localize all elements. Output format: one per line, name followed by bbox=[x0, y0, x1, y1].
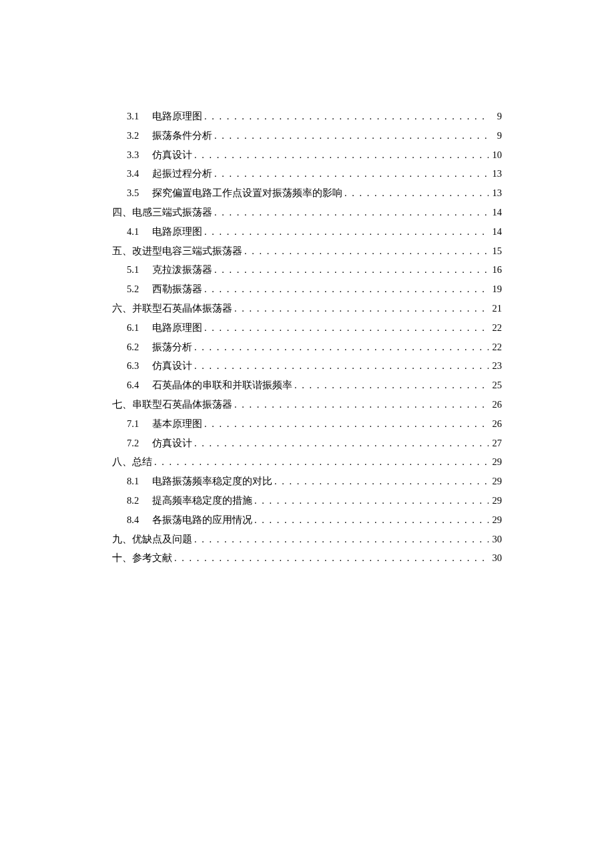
toc-entry-title: 仿真设计 bbox=[152, 359, 192, 372]
toc-entry: 6.3仿真设计23 bbox=[112, 359, 502, 372]
toc-entry: 5.1克拉泼振荡器16 bbox=[112, 263, 502, 276]
toc-entry-title: 电路振荡频率稳定度的对比 bbox=[152, 474, 272, 488]
toc-entry-page: 13 bbox=[489, 167, 502, 180]
toc-entry-number: 七、 bbox=[112, 398, 132, 411]
toc-entry-title: 并联型石英晶体振荡器 bbox=[132, 302, 232, 315]
toc-entry-title: 基本原理图 bbox=[152, 417, 202, 430]
toc-entry-title: 仿真设计 bbox=[152, 148, 192, 161]
toc-entry-page: 16 bbox=[489, 263, 502, 276]
toc-entry-title: 总结 bbox=[132, 455, 152, 468]
toc-entry: 6.1电路原理图22 bbox=[112, 321, 502, 334]
toc-entry-number: 6.2 bbox=[127, 340, 152, 354]
toc-leader-dots bbox=[172, 551, 489, 564]
toc-entry-title: 参考文献 bbox=[132, 551, 172, 564]
toc-entry-page: 10 bbox=[489, 148, 502, 161]
toc-leader-dots bbox=[212, 167, 489, 180]
toc-entry-title: 仿真设计 bbox=[152, 436, 192, 450]
toc-leader-dots bbox=[242, 244, 489, 258]
toc-entry-page: 9 bbox=[489, 109, 502, 123]
toc-entry: 九、优缺点及问题30 bbox=[112, 532, 502, 546]
toc-entry-page: 30 bbox=[489, 532, 502, 546]
toc-entry-page: 23 bbox=[489, 359, 502, 372]
toc-entry-number: 3.2 bbox=[127, 129, 152, 142]
toc-entry: 6.4石英晶体的串联和并联谐振频率25 bbox=[112, 378, 502, 392]
toc-entry-number: 5.2 bbox=[127, 282, 152, 296]
toc-leader-dots bbox=[212, 263, 489, 276]
toc-leader-dots bbox=[202, 282, 489, 296]
toc-entry-number: 六、 bbox=[112, 302, 132, 315]
toc-entry-title: 电路原理图 bbox=[152, 109, 202, 123]
toc-entry: 7.1基本原理图26 bbox=[112, 417, 502, 430]
toc-entry-title: 西勒振荡器 bbox=[152, 282, 202, 296]
toc-entry-number: 6.4 bbox=[127, 378, 152, 392]
toc-entry-page: 21 bbox=[489, 302, 502, 315]
toc-leader-dots bbox=[272, 474, 489, 488]
toc-entry-number: 八、 bbox=[112, 455, 132, 468]
toc-entry-title: 提高频率稳定度的措施 bbox=[152, 494, 252, 507]
toc-entry-page: 29 bbox=[489, 455, 502, 468]
toc-entry-number: 4.1 bbox=[127, 225, 152, 238]
toc-entry-page: 26 bbox=[489, 417, 502, 430]
toc-entry-page: 19 bbox=[489, 282, 502, 296]
toc-leader-dots bbox=[232, 302, 489, 315]
toc-entry-page: 22 bbox=[489, 321, 502, 334]
toc-leader-dots bbox=[192, 359, 489, 372]
toc-leader-dots bbox=[202, 109, 489, 123]
toc-entry: 3.4起振过程分析13 bbox=[112, 167, 502, 180]
toc-entry: 八、总结29 bbox=[112, 455, 502, 468]
toc-entry: 十、参考文献30 bbox=[112, 551, 502, 564]
toc-entry: 6.2振荡分析22 bbox=[112, 340, 502, 354]
toc-entry-page: 30 bbox=[489, 551, 502, 564]
toc-leader-dots bbox=[252, 513, 489, 526]
toc-entry-number: 8.2 bbox=[127, 494, 152, 507]
toc-entry-number: 6.1 bbox=[127, 321, 152, 334]
toc-leader-dots bbox=[232, 398, 489, 411]
toc-entry: 3.1电路原理图9 bbox=[112, 109, 502, 123]
toc-entry-page: 26 bbox=[489, 398, 502, 411]
toc-leader-dots bbox=[192, 436, 489, 450]
toc-leader-dots bbox=[342, 186, 489, 199]
toc-entry-number: 十、 bbox=[112, 551, 132, 564]
toc-entry-title: 串联型石英晶体振荡器 bbox=[132, 398, 232, 411]
toc-entry-page: 29 bbox=[489, 513, 502, 526]
toc-entry-title: 各振荡电路的应用情况 bbox=[152, 513, 252, 526]
toc-entry: 六、并联型石英晶体振荡器21 bbox=[112, 302, 502, 315]
toc-entry-number: 8.1 bbox=[127, 474, 152, 488]
toc-entry-title: 振荡分析 bbox=[152, 340, 192, 354]
toc-leader-dots bbox=[192, 148, 489, 161]
toc-entry-page: 25 bbox=[489, 378, 502, 392]
toc-entry-number: 8.4 bbox=[127, 513, 152, 526]
toc-leader-dots bbox=[212, 205, 489, 219]
toc-entry-page: 29 bbox=[489, 494, 502, 507]
toc-entry-number: 3.1 bbox=[127, 109, 152, 123]
toc-leader-dots bbox=[202, 321, 489, 334]
toc-entry-page: 27 bbox=[489, 436, 502, 450]
toc-entry-title: 优缺点及问题 bbox=[132, 532, 192, 546]
toc-entry-number: 7.1 bbox=[127, 417, 152, 430]
toc-entry-number: 九、 bbox=[112, 532, 132, 546]
toc-entry: 4.1电路原理图14 bbox=[112, 225, 502, 238]
toc-entry-number: 6.3 bbox=[127, 359, 152, 372]
toc-entry-title: 改进型电容三端式振荡器 bbox=[132, 244, 242, 258]
toc-entry: 四、电感三端式振荡器14 bbox=[112, 205, 502, 219]
toc-entry-title: 起振过程分析 bbox=[152, 167, 212, 180]
toc-entry-number: 5.1 bbox=[127, 263, 152, 276]
toc-entry-page: 13 bbox=[489, 186, 502, 199]
toc-entry-page: 29 bbox=[489, 474, 502, 488]
toc-entry: 7.2仿真设计27 bbox=[112, 436, 502, 450]
toc-entry-title: 探究偏置电路工作点设置对振荡频率的影响 bbox=[152, 186, 342, 199]
table-of-contents: 3.1电路原理图93.2振荡条件分析93.3仿真设计103.4起振过程分析133… bbox=[112, 109, 502, 565]
toc-entry: 8.1电路振荡频率稳定度的对比29 bbox=[112, 474, 502, 488]
toc-entry-page: 22 bbox=[489, 340, 502, 354]
toc-entry: 3.5探究偏置电路工作点设置对振荡频率的影响13 bbox=[112, 186, 502, 199]
toc-entry-page: 9 bbox=[489, 129, 502, 142]
toc-entry-page: 14 bbox=[489, 225, 502, 238]
toc-entry: 5.2西勒振荡器19 bbox=[112, 282, 502, 296]
toc-entry-number: 3.5 bbox=[127, 186, 152, 199]
toc-entry: 七、串联型石英晶体振荡器26 bbox=[112, 398, 502, 411]
toc-entry: 五、改进型电容三端式振荡器15 bbox=[112, 244, 502, 258]
toc-entry-title: 石英晶体的串联和并联谐振频率 bbox=[152, 378, 292, 392]
toc-leader-dots bbox=[152, 455, 489, 468]
toc-entry-title: 电感三端式振荡器 bbox=[132, 205, 212, 219]
toc-entry-number: 四、 bbox=[112, 205, 132, 219]
